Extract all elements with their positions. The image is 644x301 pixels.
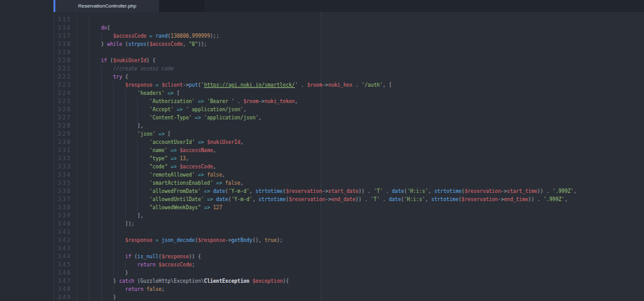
code-line[interactable]: 332"type" => 13, [54,155,644,163]
code-line-content: $response = $client->put('https://api.nu… [77,81,644,89]
code-line-content: if ($nukiUserId) { [77,57,644,65]
indent-guide [89,277,101,285]
indent-guide [89,228,101,236]
code-line[interactable]: 327'Content-Type' => 'application/json', [54,114,644,122]
code-line[interactable]: 346} [54,269,644,277]
indent-guide [125,146,137,155]
line-number: 334 [54,171,77,179]
indent-guide [113,146,125,155]
indent-guide [101,163,113,171]
code-line[interactable]: 320if ($nukiUserId) { [54,57,644,65]
indent-guide [101,32,113,40]
line-number: 326 [54,106,77,114]
code-line[interactable]: 324'headers' => [ [54,89,644,97]
code-line[interactable]: 322try { [54,73,644,81]
indent-guide [125,195,137,204]
code-line[interactable]: 345return $accessCode; [54,261,644,269]
indent-guide [77,187,89,195]
indent-guide [113,171,125,179]
code-line-content: } catch (GuzzleHttp\Exception\ClientExce… [77,277,644,285]
indent-guide [137,171,149,179]
indent-guide [113,220,125,228]
line-number: 348 [54,285,77,293]
indent-guide [101,106,113,114]
code-line[interactable]: 330'accountUserId' => $nukiUserId, [54,138,644,146]
indent-guide [77,253,89,261]
indent-guide [101,212,113,220]
indent-guide [101,89,113,97]
code-line[interactable]: 325'Authorization' => 'Bearer ' . $room-… [54,97,644,106]
code-line[interactable]: 341 [54,228,644,236]
code-line[interactable]: 348return false; [54,285,644,293]
code-line-content: try { [77,73,644,81]
code-line[interactable]: 337'allowedUntilDate' => date('Y-m-d', s… [54,195,644,204]
indent-guide [89,236,101,244]
code-line[interactable]: 333"code" => $accessCode, [54,163,644,171]
indent-guide [101,236,113,244]
indent-guide [113,244,125,253]
code-line[interactable]: 339], [54,212,644,220]
indent-guide [89,253,101,261]
code-editor[interactable]: ... 315316do{317$accessCode = rand(13000… [53,12,644,301]
line-number: 343 [54,244,77,253]
code-line[interactable]: 329'json' => [ [54,130,644,138]
indent-guide [125,89,137,97]
code-line[interactable]: 328], [54,122,644,130]
indent-guide [77,32,89,40]
code-line[interactable]: 343 [54,244,644,253]
indent-guide [113,122,125,130]
indent-guide [101,269,113,277]
indent-guide [101,253,113,261]
code-line[interactable]: 342$response = json_decode($response->ge… [54,236,644,244]
indent-guide [89,204,101,212]
code-line[interactable]: 323$response = $client->put('https://api… [54,81,644,89]
indent-guide [89,130,101,138]
code-line-content: $response = json_decode($response->getBo… [77,236,644,244]
code-line[interactable]: 319 [54,48,644,57]
code-line[interactable]: 336'allowedFromDate' => date('Y-m-d', st… [54,187,644,195]
code-line-content: return false; [77,285,644,293]
code-line-content: "type" => 13, [77,155,644,163]
code-line-content: 'smartActionsEnabled' => false, [77,179,644,187]
indent-guide [77,179,89,187]
line-number: 347 [54,277,77,285]
code-line-content: 'headers' => [ [77,89,644,97]
indent-guide [101,81,113,89]
code-line[interactable]: 317$accessCode = rand(130000,999999);; [54,32,644,40]
code-line[interactable]: 321//create access code [54,65,644,73]
line-number: 323 [54,81,77,89]
indent-guide [113,130,125,138]
code-line[interactable]: 318} while (strpos($accessCode, "0")); [54,40,644,48]
code-line[interactable]: 338"allowedWeekDays" => 127 [54,204,644,212]
code-line[interactable]: 334'remoteAllowed' => false, [54,171,644,179]
indent-guide [125,212,137,220]
indent-guide [89,40,101,48]
indent-guide [77,57,89,65]
indent-guide [77,81,89,89]
code-line-content: 'remoteAllowed' => false, [77,171,644,179]
indent-guide [89,187,101,195]
indent-guide [125,187,137,195]
indent-guide [101,122,113,130]
indent-guide [125,261,137,269]
code-line-content: do{ [77,24,644,32]
indent-guide [125,122,137,130]
code-line[interactable]: 349} [54,293,644,301]
tab-reservationcontroller[interactable]: ReservationController.php [55,0,159,12]
indent-guide [125,163,137,171]
code-line[interactable]: 316do{ [54,24,644,32]
code-line[interactable]: 315 [54,16,644,24]
indent-guide [77,97,89,106]
indent-guide [77,130,89,138]
code-line[interactable]: 331'name' => $accessName, [54,146,644,155]
line-number: 339 [54,212,77,220]
indent-guide [137,146,149,155]
code-line[interactable]: 335'smartActionsEnabled' => false, [54,179,644,187]
code-line[interactable]: 347} catch (GuzzleHttp\Exception\ClientE… [54,277,644,285]
code-line[interactable]: 340]); [54,220,644,228]
code-line[interactable]: 344if (is_null($response)) { [54,253,644,261]
editor-pane: ReservationController.php ... 315316do{3… [53,0,644,301]
code-line[interactable]: 326'Accept' => ' application/json', [54,106,644,114]
indent-guide [77,16,89,24]
indent-guide [125,114,137,122]
